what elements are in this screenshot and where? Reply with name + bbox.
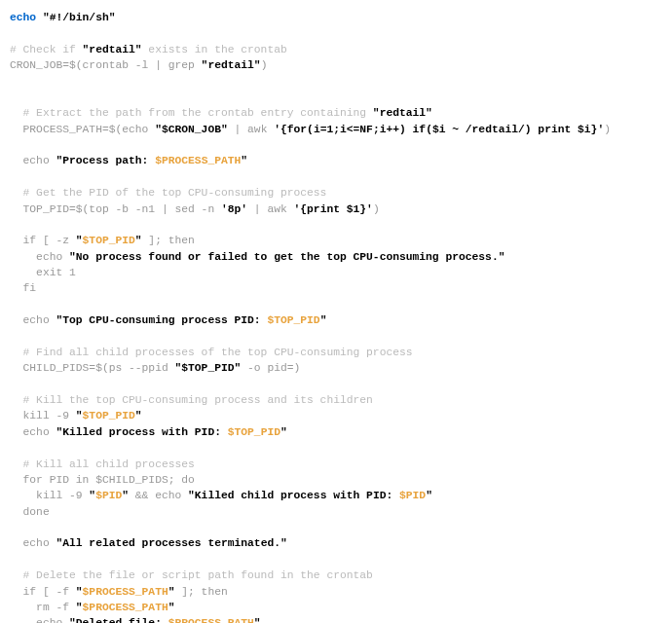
code-token: $PROCESS_PATH [155,155,241,166]
code-token: echo [10,426,56,438]
code-token: # Kill the top CPU-consuming process and… [10,394,373,406]
code-token: $PID [399,490,426,501]
code-token: # Extract the path from the crontab entr… [10,107,373,119]
code-token: " [168,586,175,598]
code-token: "$CRON_JOB" [155,124,228,135]
code-token: $PROCESS_PATH [168,617,254,623]
code-token: "Deleted file: [69,617,168,623]
code-token: TOP_PID=$(top -b -n1 | sed -n [10,203,221,215]
code-token: "Killed process with PID: [56,426,227,438]
code-token: "All related processes terminated." [56,537,286,549]
code-token: CRON_JOB=$(crontab -l | grep [10,59,202,71]
code-token: "redtail" [202,59,261,71]
code-token: fi [10,282,36,294]
code-token: " [280,426,287,438]
code-token: if [ -f [10,586,76,598]
code-token: " [76,602,83,613]
code-token: " [254,617,261,623]
code-token: "$TOP_PID" [174,362,241,374]
code-token: CHILD_PIDS=$(ps --ppid [10,362,174,374]
code-token: # Delete the file or script path found i… [10,569,373,581]
code-token: " [426,490,432,501]
code-token: kill -9 [10,490,89,501]
code-token: "No process found or failed to get the t… [69,251,504,263]
code-token: echo [10,537,56,549]
code-token: '{print $1}' [294,203,373,215]
code-token: ]; then [142,235,195,246]
code-token: ]; then [175,586,228,598]
code-token: if [ -z [10,235,76,246]
code-token: exit 1 [10,267,76,278]
code-token: -o pid=) [241,362,300,374]
code-token: " [76,235,83,246]
code-token: " [135,410,142,421]
code-token: ) [261,59,268,71]
code-token: "redtail" [83,44,142,55]
code-token: ) [373,203,380,215]
code-token: exists in the crontab [142,44,287,55]
code-token: && echo [129,490,188,501]
code-token: $TOP_PID [83,410,135,421]
code-token: | awk [228,124,274,135]
code-token: " [320,314,327,326]
code-token: $TOP_PID [228,426,280,438]
code-token: "redtail" [373,107,432,119]
code-token: " [241,155,247,166]
code-token: " [76,586,83,598]
code-token: # Get the PID of the top CPU-consuming p… [10,187,326,199]
code-token: echo [10,251,69,263]
code-token: rm -f [10,602,76,613]
code-token: done [10,506,50,518]
code-token: # Find all child processes of the top CP… [10,347,413,358]
code-token: $PROCESS_PATH [83,586,168,598]
code-token: "Killed child process with PID: [188,490,399,501]
code-token: kill -9 [10,410,76,421]
code-token: | awk [247,203,293,215]
code-token: echo [10,12,36,23]
code-token: $TOP_PID [267,314,319,326]
code-token: # Kill all child processes [10,458,195,470]
code-token: PROCESS_PATH=$(echo [10,124,155,135]
code-token: echo [10,155,56,166]
code-token: echo [10,617,69,623]
code-token: $TOP_PID [83,235,135,246]
code-token: $PID [95,490,122,501]
code-token: '8p' [221,203,247,215]
code-token: for PID in $CHILD_PIDS; do [10,474,195,486]
code-block: echo "#!/bin/sh" # Check if "redtail" ex… [10,10,662,623]
code-token: echo [10,314,56,326]
code-token: "#!/bin/sh" [43,12,116,23]
code-token: " [76,410,83,421]
code-token: # Check if [10,44,83,55]
code-token: "Top CPU-consuming process PID: [56,314,267,326]
code-token: " [168,602,175,613]
code-token [36,12,43,23]
code-token: ) [604,124,611,135]
code-token: "Process path: [56,155,155,166]
code-token: '{for(i=1;i<=NF;i++) if($i ~ /redtail/) … [274,124,604,135]
code-token: $PROCESS_PATH [83,602,168,613]
code-token: " [135,235,142,246]
